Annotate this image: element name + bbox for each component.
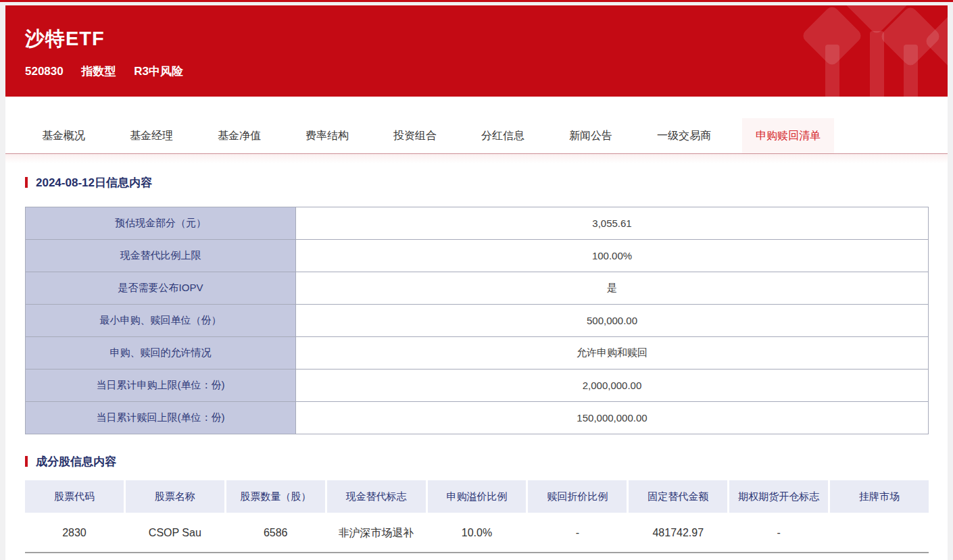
stock-header-cell: 股票代码 (25, 480, 124, 513)
stock-cell: - (528, 514, 627, 552)
red-bar-icon (25, 456, 28, 467)
stock-header-cell: 股票名称 (126, 480, 224, 513)
stock-cell: 6586 (226, 514, 325, 552)
stock-table-body: 2830CSOP Sau6586非沪深市场退补10.0%-481742.97- (25, 514, 929, 553)
info-row: 当日累计申购上限(单位：份)2,000,000.00 (26, 370, 929, 402)
info-row-label: 是否需要公布IOPV (26, 272, 296, 305)
tab-5[interactable]: 投资组合 (380, 118, 450, 153)
fund-code: 520830 (25, 65, 64, 78)
info-row-value: 100.00% (296, 240, 929, 272)
info-row: 预估现金部分（元）3,055.61 (26, 207, 929, 240)
info-row-value: 是 (296, 272, 929, 305)
stock-cell (830, 514, 929, 552)
info-row-label: 当日累计申购上限(单位：份) (26, 370, 296, 402)
info-row: 现金替代比例上限100.00% (26, 240, 929, 272)
tab-9[interactable]: 申购赎回清单 (742, 118, 834, 153)
stock-row: 2830CSOP Sau6586非沪深市场退补10.0%-481742.97- (25, 514, 929, 553)
tab-2[interactable]: 基金经理 (116, 118, 187, 153)
red-bar-icon (25, 177, 28, 188)
daily-info-title-text: 2024-08-12日信息内容 (36, 175, 152, 190)
stock-table-header: 股票代码股票名称股票数量（股）现金替代标志申购溢价比例赎回折价比例固定替代金额期… (25, 480, 929, 513)
fund-risk-badge: R3中风险 (134, 65, 183, 78)
info-row: 最小申购、赎回单位（份）500,000.00 (26, 305, 929, 337)
fund-meta: 520830 指数型 R3中风险 (25, 63, 948, 79)
info-row-label: 当日累计赎回上限(单位：份) (26, 402, 296, 434)
page-frame: 沙特ETF 520830 指数型 R3中风险 基金概况基金经理基金净值费率结构投… (5, 5, 948, 560)
stock-header-cell: 期权期货开仓标志 (729, 480, 828, 513)
stock-cell: CSOP Sau (126, 514, 224, 552)
tab-6[interactable]: 分红信息 (468, 118, 538, 153)
stock-header-cell: 赎回折价比例 (528, 480, 627, 513)
stock-cell: - (729, 514, 828, 552)
stock-cell: 非沪深市场退补 (327, 514, 426, 552)
stock-header-cell: 挂牌市场 (830, 480, 929, 513)
info-row-label: 现金替代比例上限 (26, 240, 296, 272)
stock-header-cell: 固定替代金额 (629, 480, 727, 513)
constituents-title-text: 成分股信息内容 (36, 454, 116, 469)
tab-1[interactable]: 基金概况 (28, 118, 99, 153)
info-row-label: 申购、赎回的允许情况 (26, 337, 296, 370)
tab-4[interactable]: 费率结构 (292, 118, 362, 153)
info-row: 是否需要公布IOPV是 (26, 272, 929, 305)
stock-header-cell: 现金替代标志 (327, 480, 426, 513)
daily-info-table: 预估现金部分（元）3,055.61现金替代比例上限100.00%是否需要公布IO… (25, 207, 929, 434)
tab-7[interactable]: 新闻公告 (556, 118, 626, 153)
info-row: 当日累计赎回上限(单位：份)150,000,000.00 (26, 402, 929, 434)
stock-cell: 2830 (25, 514, 124, 552)
info-row-value: 允许申购和赎回 (296, 337, 929, 370)
info-row-value: 500,000.00 (296, 305, 929, 337)
info-row: 申购、赎回的允许情况允许申购和赎回 (26, 337, 929, 370)
stock-cell: 481742.97 (629, 514, 727, 552)
daily-info-section: 2024-08-12日信息内容 预估现金部分（元）3,055.61现金替代比例上… (5, 174, 948, 434)
diamond-stem (904, 45, 918, 97)
stock-cell: 10.0% (428, 514, 527, 552)
daily-info-title: 2024-08-12日信息内容 (25, 174, 929, 190)
info-row-label: 最小申购、赎回单位（份） (26, 305, 296, 337)
content-area: 基金概况基金经理基金净值费率结构投资组合分红信息新闻公告一级交易商申购赎回清单 … (5, 97, 948, 560)
info-row-value: 2,000,000.00 (296, 370, 929, 402)
fund-header: 沙特ETF 520830 指数型 R3中风险 (5, 5, 948, 97)
diamond-stem (870, 31, 884, 97)
tab-8[interactable]: 一级交易商 (643, 118, 725, 153)
stock-header-cell: 申购溢价比例 (428, 480, 527, 513)
tab-bar: 基金概况基金经理基金净值费率结构投资组合分红信息新闻公告一级交易商申购赎回清单 (5, 97, 948, 154)
diamond-stem (825, 45, 839, 97)
stock-header-cell: 股票数量（股） (226, 480, 325, 513)
tab-bar-fade (5, 154, 948, 163)
info-row-value: 3,055.61 (296, 207, 929, 240)
tab-3[interactable]: 基金净值 (204, 118, 274, 153)
top-accent-strip (0, 0, 953, 2)
fund-type: 指数型 (81, 65, 116, 78)
info-row-value: 150,000,000.00 (296, 402, 929, 434)
constituents-section: 成分股信息内容 股票代码股票名称股票数量（股）现金替代标志申购溢价比例赎回折价比… (5, 453, 948, 553)
info-row-label: 预估现金部分（元） (26, 207, 296, 240)
constituents-title: 成分股信息内容 (25, 453, 929, 469)
